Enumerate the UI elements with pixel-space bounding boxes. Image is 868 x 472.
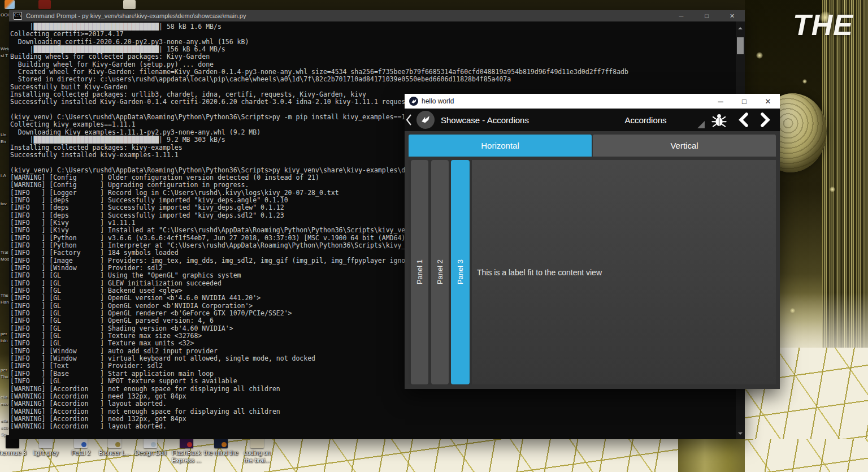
bokeh-dot: [756, 52, 763, 59]
console-line: Collecting certifi>=2017.4.17: [10, 31, 736, 38]
desktop-icon-label: light grey: [28, 449, 64, 457]
console-line: [WARNING] [Accordion ] not enough space …: [10, 408, 736, 415]
desktop-icon-label: the mind the: [203, 449, 239, 457]
icon-badge: [81, 442, 86, 447]
desktop-icon[interactable]: coding on the brai...: [239, 435, 275, 464]
desktop-icon-label-fragment: i-A: [1, 173, 6, 178]
kivy-wing-icon: [411, 98, 417, 105]
kivy-minimize-button[interactable]: ─: [709, 94, 732, 109]
cmd-close-button[interactable]: ✕: [719, 10, 745, 21]
cmd-minimize-button[interactable]: ─: [669, 10, 694, 21]
previous-example-button[interactable]: [732, 109, 754, 131]
desktop-icon-label-fragment: ella: [1, 395, 7, 400]
kivy-titlebar[interactable]: hello world ─ □ ✕: [405, 94, 780, 109]
debug-button[interactable]: [706, 109, 732, 131]
accordion-panel-panel-1[interactable]: Panel 1: [411, 160, 428, 384]
console-line: [WARNING] [Accordion ] need 132px, got 8…: [10, 415, 736, 423]
desktop-icon-label: FlashBack Express ...: [168, 449, 205, 464]
icon-badge: [222, 442, 227, 447]
icon-badge: [115, 442, 120, 447]
console-line: Successfully built Kivy-Garden: [10, 84, 736, 91]
console-line: [WARNING] [Accordion ] layout aborted.: [10, 400, 736, 408]
desktop-icon-label-fragment: eco: [1, 401, 8, 406]
desktop-icon-label-fragment: inin: [1, 338, 7, 343]
desktop-icon-label: Design Doll: [132, 449, 168, 457]
console-line: Stored in directory: c:\users\rushd\appd…: [10, 76, 736, 83]
back-chevron-icon: [405, 114, 412, 126]
console-line: Downloading certifi-2020.6.20-py2.py3-no…: [10, 38, 736, 46]
desktop-icon-label-fragment: Un: [1, 132, 6, 137]
desktop-icon-label: Bioneer L...: [97, 449, 133, 457]
tab-horizontal[interactable]: Horizontal: [409, 135, 592, 157]
bug-icon: [711, 112, 727, 128]
example-spinner[interactable]: Accordions: [585, 109, 706, 131]
desktop-icon-label: henmue 3: [0, 449, 31, 457]
content-label: This is a label fit to the content view: [477, 268, 602, 277]
desktop-icon-label-fragment: tov: [1, 201, 7, 206]
accordion-content: This is a label fit to the content view: [472, 160, 776, 384]
icon-badge: [151, 442, 156, 447]
back-button[interactable]: [405, 114, 412, 126]
desktop-icon-sliver[interactable]: [123, 0, 136, 9]
kivy-window: hello world ─ □ ✕ Showcase - Accordions …: [405, 94, 780, 389]
desktop-icon[interactable]: FlashBack Express ...: [168, 435, 205, 464]
bokeh-dot: [802, 79, 807, 84]
wallpaper-headline: THE: [793, 8, 853, 42]
accordion-panel-panel-3[interactable]: Panel 3: [451, 160, 470, 384]
desktop-icon-label-fragment: eco: [1, 425, 8, 430]
scroll-up-icon[interactable]: [738, 25, 743, 29]
desktop-icon-label-fragment: En: [1, 139, 6, 144]
console-line: |████████████████████████████████| 156 k…: [10, 46, 736, 53]
kivy-header: Showcase - Accordions Accordions: [405, 109, 780, 131]
kivy-logo-icon: [409, 97, 418, 106]
panel-label: Panel 2: [436, 259, 444, 284]
kivy-maximize-button[interactable]: □: [732, 94, 756, 109]
accordion-panel-panel-2[interactable]: Panel 2: [431, 160, 449, 384]
desktop-icon-label-fragment: ella: [1, 418, 7, 423]
bokeh-dot: [790, 308, 795, 313]
desktop-icon-label-fragment: per: [1, 331, 7, 336]
showcase-logo-avatar: [416, 111, 435, 129]
desktop-icon-label-fragment: Trai: [1, 250, 8, 255]
chevron-right-icon: [760, 112, 772, 127]
cmd-titlebar[interactable]: C:\ Command Prompt - py kivy_venv\share\…: [9, 10, 745, 21]
panel-label: Panel 1: [415, 259, 424, 284]
chevron-left-icon: [737, 112, 749, 127]
screen-title: Showcase - Accordions: [441, 115, 529, 125]
orientation-tabs: HorizontalVertical: [409, 135, 776, 157]
cmd-maximize-button[interactable]: □: [694, 10, 719, 21]
icon-badge: [187, 442, 192, 447]
bokeh-dot: [830, 187, 835, 192]
tab-vertical[interactable]: Vertical: [593, 135, 776, 157]
desktop-icon-sliver[interactable]: [38, 0, 51, 9]
cmd-icon: C:\: [14, 12, 22, 20]
desktop-icon-label-fragment: per: [1, 367, 7, 373]
console-line: Created wheel for Kivy-Garden: filename=…: [10, 68, 736, 76]
desktop-icon-label-fragment: Thu: [1, 374, 8, 379]
panel-label: Panel 3: [456, 259, 465, 284]
console-line: Building wheel for Kivy-Garden (setup.py…: [10, 61, 736, 68]
desktop-icon-label: Fetal 2: [63, 449, 99, 457]
next-example-button[interactable]: [754, 109, 780, 131]
kivy-window-title: hello world: [422, 97, 454, 105]
console-line: [WARNING] [Accordion ] layout aborted.: [10, 423, 736, 430]
desktop-icon-label-fragment: Mod: [1, 257, 10, 262]
desktop: THE OOlWeigst TUnEni-AtovTraiModTheHandp…: [0, 0, 868, 472]
cmd-window-title: Command Prompt - py kivy_venv\share\kivy…: [26, 12, 246, 19]
spinner-corner-icon: [697, 121, 705, 128]
kivy-wing-icon: [420, 115, 431, 125]
desktop-icon-label-fragment: OOl: [1, 12, 8, 18]
scroll-down-icon[interactable]: [738, 432, 743, 437]
spinner-value: Accordions: [624, 115, 666, 125]
console-line: Building wheels for collected packages: …: [10, 53, 736, 60]
desktop-icon-label: coding on the brai...: [239, 449, 275, 464]
wallpaper-pillar: [678, 439, 745, 472]
console-line: |████████████████████████████████| 58 kB…: [10, 23, 736, 31]
desktop-icon-label-fragment: st T: [1, 53, 8, 58]
console-line: [WARNING] [Accordion ] need 132px, got 8…: [10, 393, 736, 400]
accordion: This is a label fit to the content view …: [409, 160, 776, 384]
desktop-icon-sliver[interactable]: [5, 0, 15, 9]
desktop-icon-label-fragment: The: [1, 293, 8, 298]
scrollbar-thumb[interactable]: [737, 37, 744, 54]
kivy-close-button[interactable]: ✕: [756, 94, 780, 109]
